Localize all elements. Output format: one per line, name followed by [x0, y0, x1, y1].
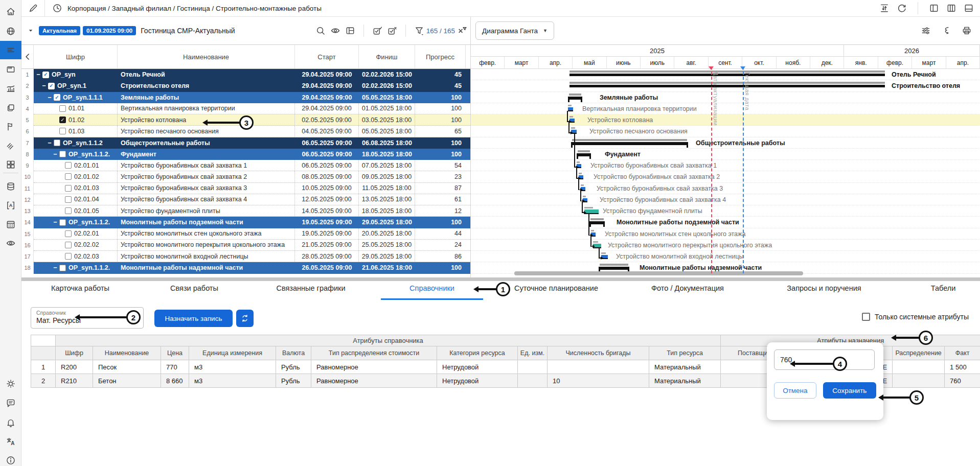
attr-cell[interactable] [893, 360, 945, 374]
only-system-attributes-checkbox[interactable]: Только системные атрибуты [862, 313, 969, 321]
table-row[interactable]: 3−✓OP_syn.1.1.1Земляные работы29.04.2025… [21, 92, 470, 103]
filter-icon[interactable] [414, 26, 424, 36]
save-button[interactable]: Сохранить [823, 382, 876, 399]
assign-record-button[interactable]: Назначить запись [154, 310, 233, 327]
table-row[interactable]: 7−OP_syn.1.1.2Общестроительные работы06.… [21, 137, 470, 149]
layout-panel-icon[interactable] [345, 26, 355, 36]
attr-cell[interactable]: Рубль [276, 360, 311, 374]
tree-expander[interactable]: − [47, 139, 52, 147]
table-row[interactable]: 15 02.02.01Устройство монолитных стен цо… [21, 228, 470, 240]
collapse-table-panel[interactable] [21, 45, 34, 68]
layout-left-icon[interactable] [929, 3, 939, 13]
sidebar-item-flag[interactable] [0, 118, 21, 136]
table-row[interactable]: 13 02.01.05Устройство фундаментной плиты… [21, 205, 470, 217]
sidebar-item-home[interactable] [0, 3, 21, 21]
tree-expander[interactable]: − [53, 219, 58, 226]
sidebar-item-translate[interactable]: A [0, 432, 21, 451]
attr-cell[interactable]: Материальный [649, 374, 721, 388]
tree-expander[interactable]: − [53, 264, 58, 271]
sidebar-item-chart[interactable] [0, 80, 21, 98]
sidebar-item-grid[interactable] [0, 155, 21, 174]
tab-4[interactable]: Справочники [409, 284, 454, 292]
table-row[interactable]: 4 01.01Вертикальная планировка территори… [21, 103, 470, 114]
row-checkbox[interactable] [65, 230, 72, 237]
checkbox-check-icon[interactable] [372, 26, 382, 36]
tab-8[interactable]: Табели [931, 284, 956, 292]
table-row[interactable]: 9 02.01.01Устройство буронабивных свай з… [21, 160, 470, 171]
refresh-button[interactable] [236, 310, 254, 327]
sidebar-item-calendar[interactable] [0, 215, 21, 234]
attr-cell[interactable]: 1 500 [945, 360, 980, 374]
checkbox-x-icon[interactable] [387, 26, 397, 36]
tree-expander[interactable]: − [47, 94, 52, 101]
tree-expander[interactable]: − [53, 151, 58, 158]
clock-icon[interactable] [52, 3, 62, 13]
gantt-horizontal-scrollbar[interactable] [514, 271, 803, 275]
attr-cell[interactable] [518, 360, 548, 374]
tab-5[interactable]: Суточное планирование [514, 284, 598, 292]
row-checkbox[interactable] [65, 207, 72, 214]
table-row[interactable]: 16 02.02.02Устройство монолитного перекр… [21, 240, 470, 251]
row-checkbox[interactable] [59, 128, 66, 134]
sidebar-item-layers[interactable] [0, 99, 21, 117]
row-checkbox[interactable] [65, 185, 72, 192]
table-row[interactable]: 17 02.02.03Устройство монолитной входной… [21, 251, 470, 262]
gantt-view-select[interactable]: Диаграмма Ганта ▼ [475, 21, 554, 40]
attr-cell[interactable]: 2 [31, 374, 56, 388]
cancel-button[interactable]: Отмена [774, 382, 816, 399]
attr-cell[interactable]: м3 [189, 374, 276, 388]
row-checkbox[interactable] [65, 242, 72, 248]
row-checkbox[interactable]: ✓ [48, 83, 55, 89]
attr-cell[interactable] [893, 374, 945, 388]
tree-expander[interactable]: − [36, 71, 41, 78]
table-row[interactable]: 14−OP_syn.1.1.2.Монолитные работы подзем… [21, 217, 470, 228]
row-checkbox[interactable] [59, 219, 66, 226]
sidebar-item-globe[interactable] [0, 22, 21, 40]
attr-cell[interactable]: Равномерное [311, 360, 437, 374]
collapse-all-icon[interactable] [879, 3, 890, 13]
attr-cell[interactable]: 770 [161, 360, 189, 374]
row-checkbox[interactable]: ✓ [59, 116, 66, 123]
chevron-down-icon[interactable] [27, 27, 35, 35]
tree-expander[interactable]: − [41, 82, 47, 89]
sidebar-item-comment[interactable] [0, 394, 21, 412]
table-row[interactable]: 8−OP_syn.1.1.2.Фундамент06.05.2025 09:00… [21, 149, 470, 160]
table-row[interactable]: 11 02.01.03Устройство буронабивных свай … [21, 183, 470, 194]
sliders-icon[interactable] [921, 26, 931, 36]
attr-cell[interactable]: R200 [56, 360, 93, 374]
tab-6[interactable]: Фото / Документация [651, 284, 724, 292]
layout-columns-icon[interactable] [946, 3, 956, 13]
tab-2[interactable]: Связи работы [170, 284, 218, 292]
attr-cell[interactable]: R210 [56, 374, 93, 388]
table-row[interactable]: 2−✓OP_syn.1Строительство отеля29.04.2025… [21, 80, 470, 91]
sidebar-item-bell[interactable] [0, 413, 21, 432]
refresh-icon[interactable] [897, 3, 907, 13]
attr-cell[interactable] [548, 360, 649, 374]
row-checkbox[interactable] [65, 253, 72, 260]
sidebar-item-brightness[interactable] [0, 375, 21, 393]
sidebar-item-database[interactable] [0, 177, 21, 196]
row-checkbox[interactable] [65, 162, 72, 169]
search-icon[interactable] [315, 26, 326, 36]
attr-cell[interactable]: м3 [189, 360, 276, 374]
row-checkbox[interactable] [59, 105, 66, 112]
row-checkbox[interactable] [65, 196, 72, 203]
panel-divider[interactable] [21, 277, 980, 281]
value-input[interactable] [774, 350, 875, 370]
row-checkbox[interactable] [59, 265, 66, 271]
table-row[interactable]: 18−OP_syn.1.1.2.Монолитные работы надзем… [21, 262, 470, 273]
tab-3[interactable]: Связанные графики [277, 284, 346, 292]
attr-cell[interactable]: 1 [31, 360, 56, 374]
attr-cell[interactable]: 8 660 [161, 374, 189, 388]
row-checkbox[interactable]: ✓ [54, 94, 60, 101]
attr-cell[interactable]: Нетрудовой [437, 360, 518, 374]
table-row[interactable]: 10 02.01.02Устройство буронабивных свай … [21, 171, 470, 182]
tab-1[interactable]: Карточка работы [51, 284, 109, 292]
attr-cell[interactable]: Рубль [276, 374, 311, 388]
row-checkbox[interactable] [54, 139, 60, 146]
sidebar-item-attr[interactable]: A [0, 196, 21, 215]
attr-cell[interactable]: 10 [548, 374, 649, 388]
sidebar-item-card[interactable] [0, 60, 21, 79]
attr-cell[interactable]: Нетрудовой [437, 374, 518, 388]
attr-cell[interactable]: Равномерное [311, 374, 437, 388]
